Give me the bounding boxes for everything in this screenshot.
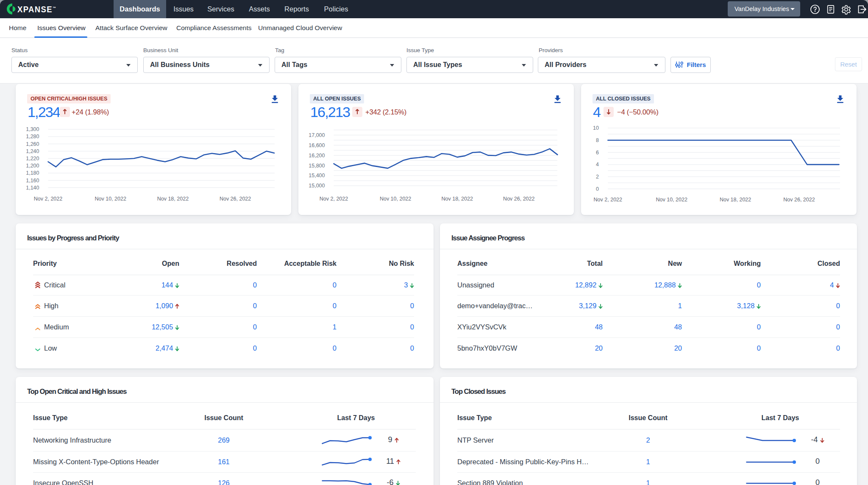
svg-text:1,160: 1,160 xyxy=(26,178,39,184)
svg-text:1,140: 1,140 xyxy=(26,185,39,191)
svg-text:0: 0 xyxy=(596,186,599,192)
svg-text:2: 2 xyxy=(596,174,599,180)
svg-text:16,200: 16,200 xyxy=(309,153,325,159)
svg-text:Nov 18, 2022: Nov 18, 2022 xyxy=(442,196,473,202)
svg-text:1,220: 1,220 xyxy=(26,156,39,162)
svg-text:8: 8 xyxy=(596,137,599,143)
svg-text:Nov 2, 2022: Nov 2, 2022 xyxy=(34,196,62,202)
svg-text:1,240: 1,240 xyxy=(26,148,39,154)
svg-text:Nov 18, 2022: Nov 18, 2022 xyxy=(157,196,189,202)
svg-text:Nov 18, 2022: Nov 18, 2022 xyxy=(720,197,751,203)
svg-text:15,800: 15,800 xyxy=(309,163,325,169)
svg-text:Nov 10, 2022: Nov 10, 2022 xyxy=(656,197,687,203)
svg-text:Nov 26, 2022: Nov 26, 2022 xyxy=(783,197,815,203)
svg-text:16,600: 16,600 xyxy=(309,142,325,148)
svg-text:15,400: 15,400 xyxy=(309,173,325,178)
svg-text:Nov 10, 2022: Nov 10, 2022 xyxy=(95,196,126,202)
svg-text:Nov 2, 2022: Nov 2, 2022 xyxy=(320,196,348,202)
svg-text:4: 4 xyxy=(596,162,599,167)
svg-text:17,000: 17,000 xyxy=(309,132,325,138)
svg-text:Nov 26, 2022: Nov 26, 2022 xyxy=(220,196,251,202)
svg-text:Nov 2, 2022: Nov 2, 2022 xyxy=(594,197,622,203)
svg-text:1,180: 1,180 xyxy=(26,170,39,176)
svg-text:1,260: 1,260 xyxy=(26,141,39,147)
svg-text:1,280: 1,280 xyxy=(26,134,39,139)
svg-text:1,200: 1,200 xyxy=(26,163,39,169)
svg-text:10: 10 xyxy=(593,125,599,131)
svg-text:Nov 10, 2022: Nov 10, 2022 xyxy=(380,196,411,202)
svg-text:1,300: 1,300 xyxy=(26,126,39,132)
svg-text:6: 6 xyxy=(596,150,599,156)
svg-text:Nov 26, 2022: Nov 26, 2022 xyxy=(503,196,534,202)
svg-text:15,000: 15,000 xyxy=(309,183,325,189)
